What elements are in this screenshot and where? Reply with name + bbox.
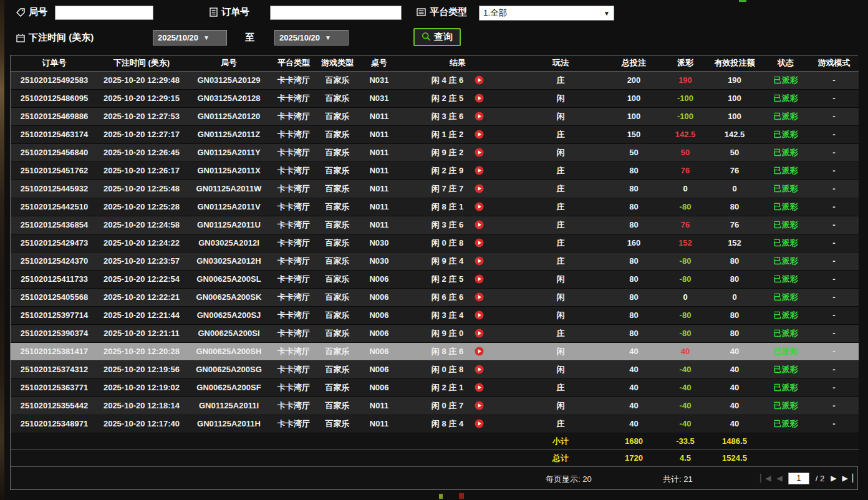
cell-game-type: 百家乐 (315, 324, 360, 342)
cell-game-type: 百家乐 (315, 216, 360, 234)
cell-payout: 50 (663, 143, 707, 161)
cell-status: 已派彩 (762, 324, 809, 342)
cell-status: 已派彩 (762, 306, 809, 324)
prev-page-button[interactable]: ◀ (777, 474, 782, 483)
play-icon[interactable] (475, 112, 484, 121)
play-icon[interactable] (475, 365, 484, 374)
table-row[interactable]: 251020125397714 2025-10-20 12:21:44 GN00… (11, 306, 859, 324)
table-row[interactable]: 251020125442510 2025-10-20 12:25:28 GN01… (11, 198, 859, 216)
date-from-picker[interactable]: 2025/10/20 ▼ (153, 30, 227, 46)
table-row[interactable]: 251020125374312 2025-10-20 12:19:56 GN00… (11, 360, 859, 378)
table-row[interactable]: 251020125463174 2025-10-20 12:27:17 GN01… (11, 125, 859, 143)
cell-payout: -40 (663, 378, 707, 397)
cell-order-number: 251020125486095 (11, 89, 98, 107)
play-icon[interactable] (475, 401, 484, 410)
cell-game-mode: - (809, 143, 859, 161)
query-button[interactable]: 查询 (413, 28, 461, 46)
cell-result: 闲 3 庄 6 (398, 216, 517, 234)
cell-platform-type: 卡卡湾厅 (272, 378, 315, 397)
date-to-picker[interactable]: 2025/10/20 ▼ (274, 30, 349, 46)
next-page-button[interactable]: ▶ (831, 474, 836, 483)
table-row[interactable]: 251020125429473 2025-10-20 12:24:22 GN03… (11, 234, 859, 252)
subtotal-payout: -33.5 (663, 433, 707, 450)
order-input[interactable] (270, 6, 402, 20)
cell-status: 已派彩 (762, 288, 809, 306)
play-icon[interactable] (475, 292, 484, 302)
page-input[interactable] (788, 473, 809, 484)
cell-order-number: 251020125405568 (11, 288, 98, 306)
cell-total-bet: 50 (604, 143, 663, 161)
cell-platform-type: 卡卡湾厅 (272, 161, 315, 180)
cell-platform-type: 卡卡湾厅 (272, 360, 315, 378)
play-icon[interactable] (475, 202, 484, 211)
cell-round-number: GN00625A200SG (185, 360, 272, 378)
play-icon[interactable] (475, 75, 484, 85)
cell-total-bet: 80 (604, 288, 663, 306)
play-icon[interactable] (475, 166, 484, 175)
play-icon[interactable] (475, 310, 484, 320)
table-row[interactable]: 251020125390374 2025-10-20 12:21:11 GN00… (11, 324, 859, 342)
cell-total-bet: 100 (604, 89, 663, 107)
cell-game-mode: - (809, 378, 859, 397)
cell-status: 已派彩 (762, 397, 809, 415)
play-icon[interactable] (475, 256, 484, 266)
cell-valid-bet: 80 (707, 270, 762, 288)
cell-order-number: 251020125411733 (11, 270, 98, 288)
cell-order-number: 251020125348971 (11, 415, 98, 433)
cell-payout: 76 (663, 216, 707, 234)
cell-payout: 0 (663, 180, 707, 198)
platform-select[interactable]: 1.全部 ▼ (479, 6, 614, 21)
table-row[interactable]: 251020125469886 2025-10-20 12:27:53 GN01… (11, 107, 859, 125)
table-row[interactable]: 251020125436854 2025-10-20 12:24:58 GN01… (11, 216, 859, 234)
cell-platform-type: 卡卡湾厅 (272, 125, 315, 143)
table-row[interactable]: 251020125451762 2025-10-20 12:26:17 GN01… (11, 161, 859, 180)
table-row[interactable]: 251020125348971 2025-10-20 12:17:40 GN01… (11, 415, 859, 433)
table-row[interactable]: 251020125492583 2025-10-20 12:29:48 GN03… (11, 71, 859, 89)
cell-table-number: N011 (360, 107, 398, 125)
table-row[interactable]: 251020125424370 2025-10-20 12:23:57 GN03… (11, 252, 859, 270)
play-icon[interactable] (475, 274, 484, 284)
table-row[interactable]: 251020125445932 2025-10-20 12:25:48 GN01… (11, 180, 859, 198)
cell-platform-type: 卡卡湾厅 (272, 306, 315, 324)
cell-play-type: 庄 (517, 161, 604, 180)
play-icon[interactable] (475, 347, 484, 356)
cell-play-type: 庄 (517, 252, 604, 270)
play-icon[interactable] (475, 184, 484, 193)
cell-game-type: 百家乐 (315, 71, 360, 89)
cell-game-type: 百家乐 (315, 125, 360, 143)
table-row[interactable]: 251020125486095 2025-10-20 12:29:15 GN03… (11, 89, 859, 107)
result-text: 闲 1 庄 2 (432, 129, 463, 140)
first-page-button[interactable]: ▏◀ (760, 474, 770, 483)
cell-round-number: GN01125A2011U (185, 216, 272, 234)
table-row[interactable]: 251020125355442 2025-10-20 12:18:14 GN01… (11, 397, 859, 415)
play-icon[interactable] (475, 220, 484, 229)
cell-bet-time: 2025-10-20 12:29:15 (98, 89, 185, 107)
cell-result: 闲 2 庄 9 (398, 161, 517, 180)
cell-round-number: GN03025A2012I (185, 234, 272, 252)
round-input[interactable] (55, 6, 153, 20)
cell-game-mode: - (809, 180, 859, 198)
cell-order-number: 251020125363771 (11, 378, 98, 397)
last-page-button[interactable]: ▶▕ (842, 474, 852, 483)
play-icon[interactable] (475, 130, 484, 139)
table-row[interactable]: 251020125411733 2025-10-20 12:22:54 GN00… (11, 270, 859, 288)
table-row[interactable]: 251020125456840 2025-10-20 12:26:45 GN01… (11, 143, 859, 161)
table-row[interactable]: 251020125381417 2025-10-20 12:20:28 GN00… (11, 342, 859, 360)
cell-platform-type: 卡卡湾厅 (272, 180, 315, 198)
cell-status: 已派彩 (762, 198, 809, 216)
play-icon[interactable] (475, 148, 484, 157)
cell-total-bet: 200 (604, 71, 663, 89)
cell-payout: 152 (663, 234, 707, 252)
cell-result: 闲 6 庄 6 (398, 288, 517, 306)
column-header-5: 游戏类型 (315, 55, 360, 71)
table-row[interactable]: 251020125363771 2025-10-20 12:19:02 GN00… (11, 378, 859, 397)
play-icon[interactable] (475, 238, 484, 248)
play-icon[interactable] (475, 383, 484, 392)
cell-payout: -80 (663, 198, 707, 216)
cell-round-number: GN00625A200SH (185, 342, 272, 360)
play-icon[interactable] (475, 94, 484, 103)
table-row[interactable]: 251020125405568 2025-10-20 12:22:21 GN00… (11, 288, 859, 306)
grand-total-label: 总计 (517, 450, 604, 466)
play-icon[interactable] (475, 419, 484, 428)
play-icon[interactable] (475, 329, 484, 338)
